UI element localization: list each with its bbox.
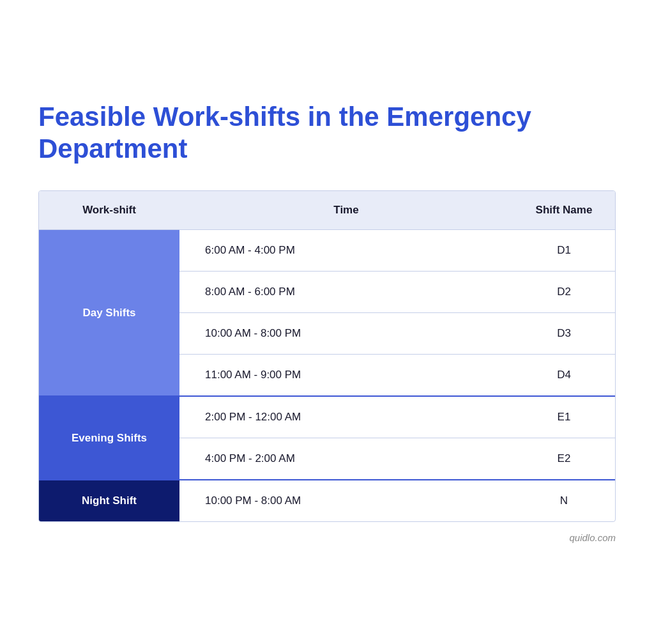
time-cell: 4:00 PM - 2:00 AM	[179, 438, 513, 480]
shift-name-cell: E1	[513, 396, 615, 438]
shift-name-cell: D1	[513, 230, 615, 272]
time-cell: 2:00 PM - 12:00 AM	[179, 396, 513, 438]
page-container: Feasible Work-shifts in the Emergency De…	[38, 101, 616, 544]
shift-name-cell: N	[513, 480, 615, 521]
header-time: Time	[179, 191, 513, 230]
shift-group-night-shift: Night Shift	[39, 480, 179, 521]
table-row: Evening Shifts2:00 PM - 12:00 AME1	[39, 396, 615, 438]
page-title: Feasible Work-shifts in the Emergency De…	[38, 101, 616, 165]
shift-name-cell: D2	[513, 272, 615, 313]
footer: quidlo.com	[38, 532, 616, 543]
shift-name-cell: D3	[513, 313, 615, 355]
time-cell: 11:00 AM - 9:00 PM	[179, 355, 513, 397]
header-workshift: Work-shift	[39, 191, 179, 230]
time-cell: 6:00 AM - 4:00 PM	[179, 230, 513, 272]
header-shiftname: Shift Name	[513, 191, 615, 230]
time-cell: 10:00 PM - 8:00 AM	[179, 480, 513, 521]
shift-name-cell: D4	[513, 355, 615, 397]
shift-group-evening-shifts: Evening Shifts	[39, 396, 179, 480]
page-title-line2: Department	[38, 134, 187, 164]
shift-group-day-shifts: Day Shifts	[39, 230, 179, 397]
shifts-table-wrapper: Work-shift Time Shift Name Day Shifts6:0…	[38, 190, 616, 522]
page-title-line1: Feasible Work-shifts in the Emergency	[38, 102, 531, 132]
table-header-row: Work-shift Time Shift Name	[39, 191, 615, 230]
shifts-table: Work-shift Time Shift Name Day Shifts6:0…	[39, 191, 615, 521]
shift-name-cell: E2	[513, 438, 615, 480]
table-row: Day Shifts6:00 AM - 4:00 PMD1	[39, 230, 615, 272]
time-cell: 10:00 AM - 8:00 PM	[179, 313, 513, 355]
table-row: Night Shift10:00 PM - 8:00 AMN	[39, 480, 615, 521]
time-cell: 8:00 AM - 6:00 PM	[179, 272, 513, 313]
